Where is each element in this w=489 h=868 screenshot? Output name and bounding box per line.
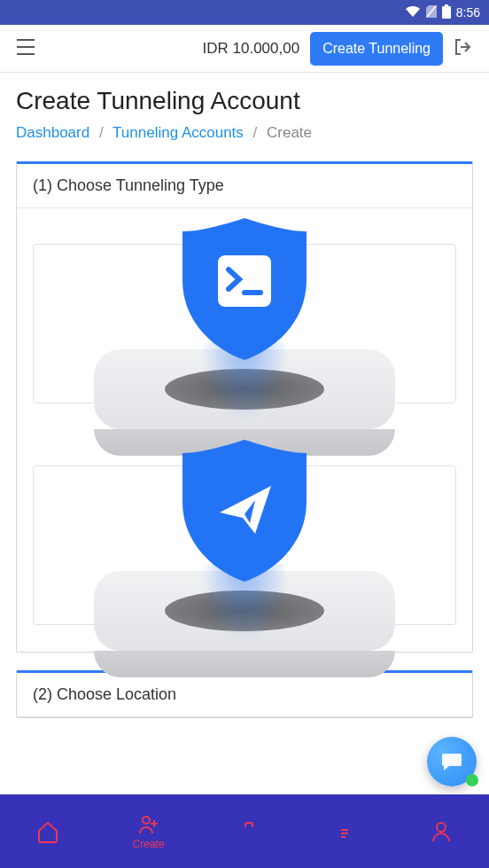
step-1-title: (1) Choose Tunneling Type bbox=[17, 164, 472, 208]
breadcrumb-separator: / bbox=[99, 124, 104, 141]
wifi-icon bbox=[405, 5, 421, 20]
nav-profile[interactable] bbox=[430, 820, 453, 843]
nav-clipboard[interactable] bbox=[333, 820, 356, 843]
shield-terminal-icon bbox=[182, 218, 307, 360]
top-nav: IDR 10.000,00 Create Tunneling bbox=[0, 25, 489, 73]
step-1-card: (1) Choose Tunneling Type bbox=[16, 161, 473, 653]
tunneling-type-shadowsocks[interactable] bbox=[33, 465, 456, 625]
svg-rect-6 bbox=[338, 824, 352, 841]
status-time: 8:56 bbox=[456, 5, 480, 20]
svg-point-4 bbox=[143, 817, 150, 824]
chat-fab-button[interactable] bbox=[427, 737, 477, 786]
status-bar: 8:56 bbox=[0, 0, 489, 25]
svg-rect-7 bbox=[341, 822, 348, 825]
breadcrumb-dashboard[interactable]: Dashboard bbox=[16, 124, 89, 141]
svg-rect-2 bbox=[445, 4, 448, 6]
breadcrumb-current: Create bbox=[267, 124, 312, 141]
create-tunneling-button[interactable]: Create Tunneling bbox=[310, 32, 443, 66]
breadcrumb-tunneling-accounts[interactable]: Tunneling Accounts bbox=[113, 124, 244, 141]
step-2-title: (2) Choose Location bbox=[17, 673, 472, 717]
tunneling-type-ssh[interactable] bbox=[33, 244, 456, 403]
nav-create-label: Create bbox=[133, 838, 165, 850]
breadcrumb: Dashboard / Tunneling Accounts / Create bbox=[16, 124, 473, 142]
hamburger-menu-icon[interactable] bbox=[16, 39, 35, 59]
nav-briefcase[interactable] bbox=[237, 820, 260, 843]
breadcrumb-separator: / bbox=[253, 124, 258, 141]
logout-icon[interactable] bbox=[454, 38, 473, 59]
svg-rect-3 bbox=[218, 255, 271, 307]
svg-rect-1 bbox=[442, 6, 451, 19]
svg-rect-5 bbox=[240, 827, 258, 840]
main-content: Create Tunneling Account Dashboard / Tun… bbox=[0, 73, 489, 794]
nav-home[interactable] bbox=[36, 820, 59, 843]
balance-display: IDR 10.000,00 bbox=[203, 40, 300, 58]
step-2-card: (2) Choose Location bbox=[16, 670, 473, 718]
shield-send-icon bbox=[182, 440, 307, 582]
svg-point-8 bbox=[437, 823, 446, 832]
sim-icon bbox=[426, 5, 437, 20]
page-title: Create Tunneling Account bbox=[16, 87, 473, 115]
battery-icon bbox=[442, 4, 451, 21]
bottom-nav: Create bbox=[0, 794, 489, 868]
nav-create[interactable]: Create bbox=[133, 813, 165, 850]
